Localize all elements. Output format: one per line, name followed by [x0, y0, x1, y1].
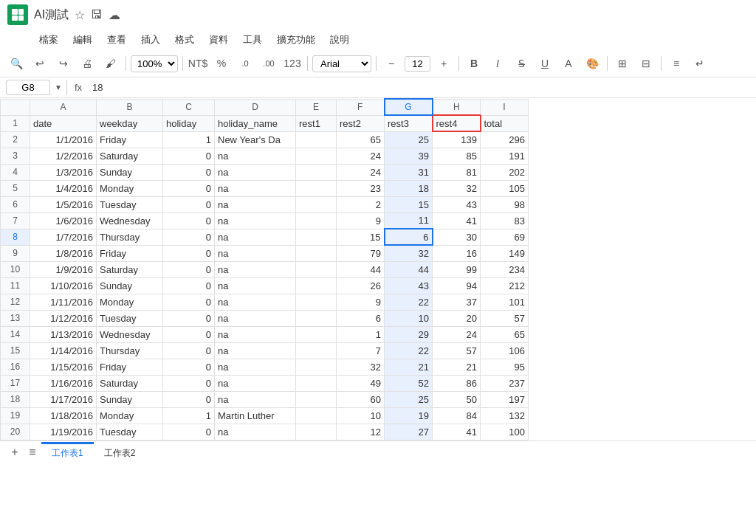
cell-c15[interactable]: 0	[163, 342, 215, 359]
cell-c20[interactable]: 0	[163, 424, 215, 440]
row-header-17[interactable]: 17	[1, 375, 30, 391]
cell-e13[interactable]	[296, 310, 337, 326]
row-header-4[interactable]: 4	[1, 164, 30, 180]
col-header-i[interactable]: I	[481, 99, 529, 115]
increase-font-button[interactable]: +	[433, 53, 454, 74]
cell-c7[interactable]: 0	[163, 213, 215, 229]
cell-d19[interactable]: Martin Luther	[215, 407, 296, 424]
cell-d5[interactable]: na	[215, 180, 296, 196]
cell-a13[interactable]: 1/12/2016	[30, 310, 97, 326]
sheet-tab-1[interactable]: 工作表1	[41, 442, 94, 463]
cell-i14[interactable]: 65	[481, 326, 529, 342]
cell-c6[interactable]: 0	[163, 196, 215, 213]
cell-c9[interactable]: 0	[163, 245, 215, 261]
cell-d15[interactable]: na	[215, 342, 296, 359]
row-header-9[interactable]: 9	[1, 245, 30, 261]
cell-f11[interactable]: 26	[337, 277, 385, 294]
cell-i12[interactable]: 101	[481, 294, 529, 310]
cell-f15[interactable]: 7	[337, 342, 385, 359]
row-header-10[interactable]: 10	[1, 261, 30, 277]
cell-h1[interactable]: rest4	[433, 115, 481, 131]
decrease-font-button[interactable]: −	[381, 53, 402, 74]
cell-i19[interactable]: 132	[481, 407, 529, 424]
cell-h18[interactable]: 50	[433, 391, 481, 407]
search-button[interactable]: 🔍	[6, 53, 27, 74]
col-header-f[interactable]: F	[337, 99, 385, 115]
cell-a5[interactable]: 1/4/2016	[30, 180, 97, 196]
cell-a9[interactable]: 1/8/2016	[30, 245, 97, 261]
cell-g1[interactable]: rest3	[385, 115, 433, 131]
cell-e20[interactable]	[296, 424, 337, 440]
menu-data[interactable]: 資料	[203, 31, 234, 49]
cell-b4[interactable]: Sunday	[97, 164, 163, 180]
sheet-area[interactable]: A B C D E F G H I 1dateweekdayholidayhol…	[0, 98, 756, 441]
cell-a2[interactable]: 1/1/2016	[30, 131, 97, 148]
cell-h20[interactable]: 41	[433, 424, 481, 440]
cell-b16[interactable]: Friday	[97, 359, 163, 375]
cell-c3[interactable]: 0	[163, 148, 215, 164]
cell-h17[interactable]: 86	[433, 375, 481, 391]
cell-f16[interactable]: 32	[337, 359, 385, 375]
row-header-11[interactable]: 11	[1, 277, 30, 294]
star-icon[interactable]: ☆	[75, 8, 85, 22]
cell-h11[interactable]: 94	[433, 277, 481, 294]
sheet-menu-button[interactable]: ≡	[24, 443, 41, 461]
col-header-b[interactable]: B	[97, 99, 163, 115]
cell-d11[interactable]: na	[215, 277, 296, 294]
cell-f14[interactable]: 1	[337, 326, 385, 342]
cell-d9[interactable]: na	[215, 245, 296, 261]
cell-e17[interactable]	[296, 375, 337, 391]
cell-f18[interactable]: 60	[337, 391, 385, 407]
cell-f6[interactable]: 2	[337, 196, 385, 213]
menu-extensions[interactable]: 擴充功能	[271, 31, 321, 49]
cell-a1[interactable]: date	[30, 115, 97, 131]
cell-b7[interactable]: Wednesday	[97, 213, 163, 229]
cell-g6[interactable]: 15	[385, 196, 433, 213]
row-header-15[interactable]: 15	[1, 342, 30, 359]
cell-c5[interactable]: 0	[163, 180, 215, 196]
cell-h6[interactable]: 43	[433, 196, 481, 213]
cell-e19[interactable]	[296, 407, 337, 424]
menu-edit[interactable]: 編輯	[67, 31, 98, 49]
cell-g5[interactable]: 18	[385, 180, 433, 196]
cell-f10[interactable]: 44	[337, 261, 385, 277]
history-icon[interactable]: 🖫	[91, 8, 103, 21]
cell-b5[interactable]: Monday	[97, 180, 163, 196]
cell-b12[interactable]: Monday	[97, 294, 163, 310]
cell-e10[interactable]	[296, 261, 337, 277]
cell-b6[interactable]: Tuesday	[97, 196, 163, 213]
redo-button[interactable]: ↪	[53, 53, 74, 74]
row-header-8[interactable]: 8	[1, 229, 30, 245]
cell-i15[interactable]: 106	[481, 342, 529, 359]
cell-h19[interactable]: 84	[433, 407, 481, 424]
cell-h13[interactable]: 20	[433, 310, 481, 326]
cell-h14[interactable]: 24	[433, 326, 481, 342]
cell-g19[interactable]: 19	[385, 407, 433, 424]
cell-b13[interactable]: Tuesday	[97, 310, 163, 326]
cell-b14[interactable]: Wednesday	[97, 326, 163, 342]
decimal-decrease-button[interactable]: .0	[235, 53, 255, 74]
cell-reference[interactable]: G8	[6, 80, 50, 95]
cell-a8[interactable]: 1/7/2016	[30, 229, 97, 245]
cell-a6[interactable]: 1/5/2016	[30, 196, 97, 213]
cell-b3[interactable]: Saturday	[97, 148, 163, 164]
cell-e14[interactable]	[296, 326, 337, 342]
cell-b18[interactable]: Sunday	[97, 391, 163, 407]
row-header-1[interactable]: 1	[1, 115, 30, 131]
cell-e8[interactable]	[296, 229, 337, 245]
cell-f4[interactable]: 24	[337, 164, 385, 180]
row-header-16[interactable]: 16	[1, 359, 30, 375]
cell-d16[interactable]: na	[215, 359, 296, 375]
underline-button[interactable]: U	[535, 53, 555, 74]
cell-b2[interactable]: Friday	[97, 131, 163, 148]
cell-e4[interactable]	[296, 164, 337, 180]
cell-a3[interactable]: 1/2/2016	[30, 148, 97, 164]
cell-b19[interactable]: Monday	[97, 407, 163, 424]
cell-a17[interactable]: 1/16/2016	[30, 375, 97, 391]
cell-f3[interactable]: 24	[337, 148, 385, 164]
cell-i4[interactable]: 202	[481, 164, 529, 180]
cell-b1[interactable]: weekday	[97, 115, 163, 131]
cell-b11[interactable]: Sunday	[97, 277, 163, 294]
cell-h2[interactable]: 139	[433, 131, 481, 148]
cell-i7[interactable]: 83	[481, 213, 529, 229]
